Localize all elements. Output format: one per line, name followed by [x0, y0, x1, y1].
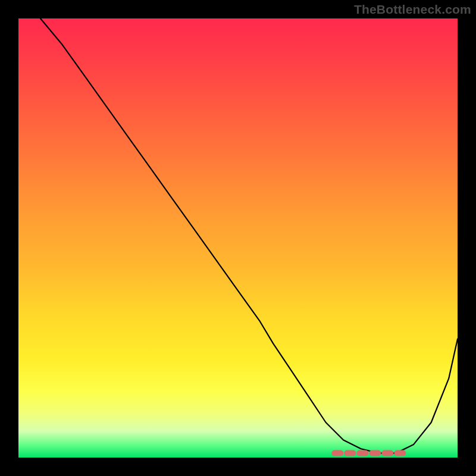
watermark-text: TheBottleneck.com — [354, 2, 471, 17]
plot-area — [18, 18, 458, 458]
chart-frame: TheBottleneck.com — [0, 0, 476, 476]
bottleneck-curve-line — [40, 18, 458, 453]
bottleneck-curve-svg — [18, 18, 458, 458]
